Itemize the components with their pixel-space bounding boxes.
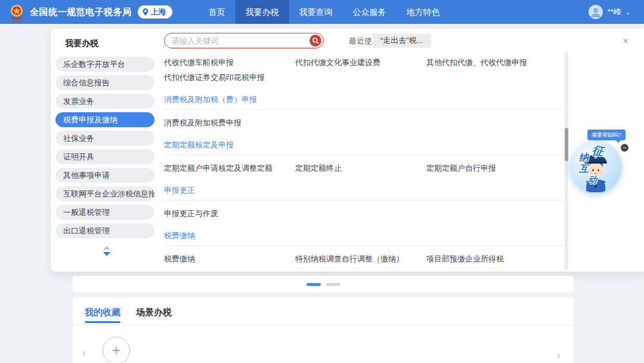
location-pin-icon [142,8,149,16]
sidebar-item-social-security[interactable]: 社保业务 [55,131,154,146]
service-item[interactable]: 税费缴纳 [164,254,295,264]
search-input[interactable] [165,36,309,45]
service-item[interactable]: 消费税及附加税费申报 [164,118,295,128]
user-name: **峰 [608,7,621,17]
tax-bureau-logo-icon [8,4,25,20]
service-group-header: 税费缴纳 [164,230,565,246]
service-item[interactable]: 定期定额户自行申报 [426,163,565,173]
nav-inquiry[interactable]: 我要查询 [289,0,343,24]
tab-scenario-tax[interactable]: 场景办税 [136,307,172,325]
carousel-prev-icon[interactable]: ‹ [82,346,86,358]
badge-char-dong: 动 [587,174,597,186]
search-icon [312,37,319,44]
service-row: 申报更正与作废 [164,208,565,219]
search-button[interactable] [309,35,321,47]
service-item[interactable]: 定期定额户申请核定及调整定额 [164,163,295,173]
service-item[interactable]: 代扣代缴文化事业建设费 [295,57,426,67]
scrollbar-thumb[interactable] [565,128,568,161]
flyout-sidebar: 我要办税 乐企数字开放平台 综合信息报告 发票业务 税费申报及缴纳 社保业务 证… [55,32,158,256]
chevron-down-icon: ⌄ [625,9,631,15]
sidebar-item-comprehensive-info[interactable]: 综合信息报告 [55,75,154,90]
tax-services-flyout: × 我要办税 乐企数字开放平台 综合信息报告 发票业务 税费申报及缴纳 社保业务… [51,29,644,272]
badge-char-zheng: 征 [591,143,604,159]
carousel-indicator-card [73,276,574,293]
sidebar-item-export-refund[interactable]: 出口退税管理 [55,223,154,238]
service-row: 定期定额户申请核定及调整定额 定期定额终止 定期定额户自行申报 [164,163,565,173]
sidebar-title: 我要办税 [65,38,158,49]
service-group-header: 申报更正 [164,185,565,201]
site-title: 全国统一规范电子税务局 [30,7,132,18]
nav-tax-services[interactable]: 我要办税 [236,0,289,24]
active-tab-underline [85,321,120,323]
add-favorite-button[interactable]: + [103,337,130,363]
location-selector[interactable]: 上海 [138,5,172,19]
content-scrollbar [565,51,568,270]
sidebar-item-certificate[interactable]: 证明开具 [55,149,154,164]
recently-used-chip[interactable]: “走出去”税... [373,33,431,48]
service-item[interactable]: 代扣代缴证券交易印花税申报 [164,72,295,82]
service-item[interactable]: 项目部预缴企业所得税 [426,254,565,264]
main-nav: 首页 我要办税 我要查询 公众服务 地方特色 [199,0,450,24]
service-item[interactable]: 特别纳税调查自行调整（缴纳） [295,254,426,264]
keyword-search [164,33,324,48]
service-item[interactable]: 其他代扣代缴、代收代缴申报 [426,57,565,67]
service-item[interactable]: 代收代缴车船税申报 [164,57,295,67]
assistant-minimize-button[interactable]: – [621,144,628,152]
assistant-widget[interactable]: 征 纳 互 动 [569,140,622,193]
services-list: 代收代缴车船税申报 代扣代缴文化事业建设费 其他代扣代缴、代收代缴申报 代扣代缴… [164,53,565,272]
scroll-down-icon[interactable] [103,252,110,256]
page: 全国统一规范电子税务局 上海 首页 我要办税 我要查询 公众服务 地方特色 **… [0,0,644,363]
carousel-dot-1[interactable] [306,283,321,286]
sidebar-item-internet-platform[interactable]: 互联网平台企业涉税信息报送 [55,186,154,201]
nav-public-services[interactable]: 公众服务 [343,0,397,24]
service-item[interactable]: 定期定额终止 [295,163,426,173]
service-item[interactable]: 申报更正与作废 [164,208,295,219]
badge-char-hu: 互 [579,163,589,176]
carousel-dot-2[interactable] [326,283,340,286]
service-row: 代收代缴车船税申报 代扣代缴文化事业建设费 其他代扣代缴、代收代缴申报 [164,57,565,67]
top-header: 全国统一规范电子税务局 上海 首页 我要办税 我要查询 公众服务 地方特色 **… [0,0,644,24]
service-group-header: 定期定额核定及申报 [164,140,565,155]
service-row: 代扣代缴证券交易印花税申报 [164,72,565,82]
favorites-card: 我的收藏 场景办税 ‹ + › [73,297,574,363]
nav-home[interactable]: 首页 [199,0,236,24]
carousel-next-icon[interactable]: › [556,349,561,361]
service-group-header: 消费税及附加税（费）申报 [164,94,565,110]
person-icon [589,5,603,19]
sidebar-item-tax-declaration[interactable]: 税费申报及缴纳 [55,112,154,127]
user-avatar [589,5,603,19]
close-icon[interactable]: × [623,36,628,46]
service-row: 税费缴纳 特别纳税调查自行调整（缴纳） 项目部预缴企业所得税 [164,254,565,264]
service-row: 消费税及附加税费申报 [164,118,565,128]
location-label: 上海 [151,7,166,17]
sidebar-item-invoice[interactable]: 发票业务 [55,94,154,109]
sidebar-item-leqi-platform[interactable]: 乐企数字开放平台 [55,57,154,72]
sidebar-scroll-arrows [55,246,158,256]
scroll-up-icon[interactable] [103,246,110,250]
favorites-tabs: 我的收藏 场景办税 [73,297,574,325]
sidebar-item-general-refund[interactable]: 一般退税管理 [55,205,154,220]
user-menu[interactable]: **峰 ⌄ [589,5,631,19]
sidebar-item-other-matters[interactable]: 其他事项申请 [55,168,154,183]
assistant-help-bubble[interactable]: 需要帮助吗? [587,130,626,140]
nav-local-features[interactable]: 地方特色 [397,0,450,24]
